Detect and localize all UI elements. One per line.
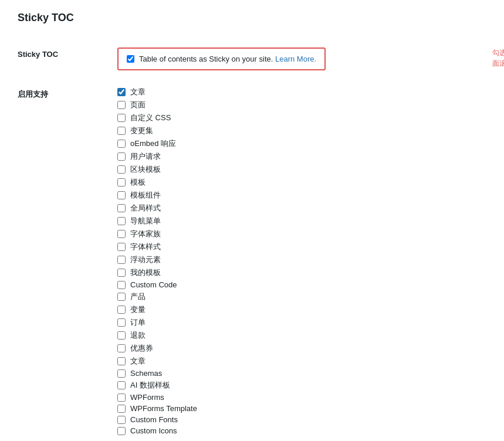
label-cb_dingdan[interactable]: 订单 — [130, 317, 146, 328]
checkbox-cb_yemian[interactable] — [117, 101, 126, 109]
label-cb_wpformstpl[interactable]: WPForms Template — [130, 404, 197, 413]
checkbox-cb_biangengji[interactable] — [117, 127, 126, 135]
checkbox-cb_qukaimo[interactable] — [117, 165, 126, 174]
label-cb_wenzhang2[interactable]: 文章 — [130, 356, 146, 367]
checkbox-cb_fudong[interactable] — [117, 256, 126, 264]
checkbox-cb_quanjuyang[interactable] — [117, 204, 126, 212]
list-item: Custom Fonts — [117, 415, 486, 424]
list-item: 文章 — [117, 87, 486, 97]
label-cb_yonghu[interactable]: 用户请求 — [130, 151, 161, 162]
list-item: 字体样式 — [117, 242, 486, 252]
enable-support-label: 启用支持 — [18, 87, 117, 100]
label-cb_moban[interactable]: 模板 — [130, 177, 146, 188]
checkbox-cb_aisj[interactable] — [117, 381, 126, 389]
checkbox-cb_schemas[interactable] — [117, 369, 126, 378]
sticky-toc-content: Table of contents as Sticky on your site… — [117, 48, 486, 77]
list-item: 我的模板 — [117, 267, 486, 278]
label-cb_youhui[interactable]: 优惠券 — [130, 343, 153, 354]
list-item: 产品 — [117, 291, 486, 302]
list-item: 模板 — [117, 177, 486, 188]
sticky-toc-description[interactable]: Table of contents as Sticky on your site… — [139, 55, 316, 63]
checkbox-cb_bianliang[interactable] — [117, 306, 126, 314]
label-cb_mobanzu[interactable]: 模板组件 — [130, 190, 161, 201]
checkbox-cb_wenzhang2[interactable] — [117, 357, 126, 365]
sticky-toc-label: Sticky TOC — [18, 48, 117, 59]
checkbox-cb_moban[interactable] — [117, 178, 126, 186]
learn-more-link[interactable]: Learn More. — [275, 55, 316, 63]
label-cb_daohang[interactable]: 导航菜单 — [130, 216, 161, 226]
checkbox-cb_customfonts[interactable] — [117, 416, 126, 424]
page-title: Sticky TOC — [18, 12, 74, 24]
label-cb_aisj[interactable]: AI 数据样板 — [130, 380, 170, 391]
list-item: 字体家族 — [117, 229, 486, 239]
checkbox-cb_customcode[interactable] — [117, 281, 126, 289]
label-cb_customcode[interactable]: Custom Code — [130, 280, 177, 289]
list-item: Custom Code — [117, 280, 486, 289]
label-cb_yemian[interactable]: 页面 — [130, 100, 146, 110]
checkbox-cb_wenzhang[interactable] — [117, 88, 126, 96]
checkbox-cb_zitiyang[interactable] — [117, 243, 126, 251]
label-cb_zitiyang[interactable]: 字体样式 — [130, 242, 161, 252]
label-cb_zitijiazu[interactable]: 字体家族 — [130, 229, 161, 239]
sticky-toc-box: Table of contents as Sticky on your site… — [117, 48, 326, 70]
list-item: 用户请求 — [117, 151, 486, 162]
list-item: 变更集 — [117, 125, 486, 136]
list-item: AI 数据样板 — [117, 380, 486, 391]
list-item: 模板组件 — [117, 190, 486, 201]
post-type-checkbox-list: 文章页面自定义 CSS变更集oEmbed 响应用户请求区块模板模板模板组件全局样… — [117, 87, 486, 435]
checkbox-cb_youhui[interactable] — [117, 344, 126, 352]
checkbox-cb_zitijiazu[interactable] — [117, 230, 126, 238]
list-item: 浮动元素 — [117, 255, 486, 265]
checkbox-cb_womoban[interactable] — [117, 269, 126, 277]
label-cb_wenzhang[interactable]: 文章 — [130, 87, 146, 97]
checkbox-cb_custom_css[interactable] — [117, 114, 126, 122]
label-cb_tuikuan[interactable]: 退款 — [130, 330, 146, 341]
label-cb_customfonts[interactable]: Custom Fonts — [130, 415, 178, 424]
label-cb_custom_css[interactable]: 自定义 CSS — [130, 113, 171, 123]
list-item: 变量 — [117, 304, 486, 315]
list-item: 优惠券 — [117, 343, 486, 354]
checkbox-cb_wpforms[interactable] — [117, 393, 126, 402]
list-item: WPForms Template — [117, 404, 486, 413]
label-cb_oembed[interactable]: oEmbed 响应 — [130, 138, 176, 149]
sticky-toc-checkbox[interactable] — [127, 55, 134, 63]
label-cb_biangengji[interactable]: 变更集 — [130, 125, 153, 136]
label-cb_qukaimo[interactable]: 区块模板 — [130, 164, 161, 175]
label-cb_fudong[interactable]: 浮动元素 — [130, 255, 161, 265]
checkbox-cb_dingdan[interactable] — [117, 318, 126, 327]
checkbox-cb_wpformstpl[interactable] — [117, 405, 126, 413]
list-item: oEmbed 响应 — [117, 138, 486, 149]
list-item: Custom Icons — [117, 426, 486, 435]
list-item: WPForms — [117, 393, 486, 402]
list-item: 页面 — [117, 100, 486, 110]
label-cb_schemas[interactable]: Schemas — [130, 369, 162, 378]
list-item: 退款 — [117, 330, 486, 341]
label-cb_quanjuyang[interactable]: 全局样式 — [130, 203, 161, 213]
checkbox-cb_mobanzu[interactable] — [117, 191, 126, 199]
label-cb_wpforms[interactable]: WPForms — [130, 393, 164, 402]
label-cb_chanpin[interactable]: 产品 — [130, 291, 146, 302]
list-item: 文章 — [117, 356, 486, 367]
label-cb_customicons[interactable]: Custom Icons — [130, 426, 177, 435]
list-item: 区块模板 — [117, 164, 486, 175]
list-item: 自定义 CSS — [117, 113, 486, 123]
enable-support-content: 文章页面自定义 CSS变更集oEmbed 响应用户请求区块模板模板模板组件全局样… — [117, 87, 486, 441]
list-item: 订单 — [117, 317, 486, 328]
checkbox-cb_customicons[interactable] — [117, 427, 126, 435]
checkbox-cb_daohang[interactable] — [117, 217, 126, 225]
tooltip-text: 勾选之后会在指定页面显示跟随页面滚动的粘性文章目录按钮 — [492, 48, 504, 69]
list-item: 导航菜单 — [117, 216, 486, 226]
checkbox-cb_chanpin[interactable] — [117, 293, 126, 301]
label-cb_womoban[interactable]: 我的模板 — [130, 267, 161, 278]
label-cb_bianliang[interactable]: 变量 — [130, 304, 146, 315]
list-item: Schemas — [117, 369, 486, 378]
list-item: 全局样式 — [117, 203, 486, 213]
checkbox-cb_tuikuan[interactable] — [117, 331, 126, 340]
checkbox-cb_yonghu[interactable] — [117, 152, 126, 161]
checkbox-cb_oembed[interactable] — [117, 140, 126, 148]
